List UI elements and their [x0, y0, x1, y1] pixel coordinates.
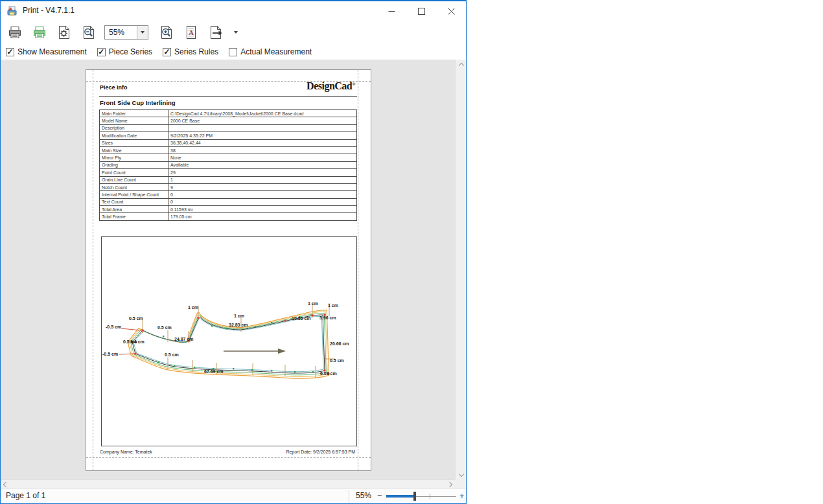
maximize-button[interactable] [406, 1, 436, 21]
measurement-label: 24.87 cm [174, 337, 194, 341]
table-row: Total Frame179.05 cm [100, 213, 357, 220]
table-row: Notch Count9 [100, 183, 357, 190]
designcad-logo: DesignCad® [307, 80, 355, 92]
table-cell-value: 179.05 cm [168, 213, 357, 220]
close-icon [448, 8, 455, 15]
margin-guide-bottom [86, 457, 371, 458]
table-cell-label: Model Name [100, 117, 168, 124]
zoom-decrease-button[interactable]: − [377, 490, 382, 500]
zoom-level-select[interactable]: 55% [104, 25, 148, 40]
export-dropdown-button[interactable] [231, 23, 240, 42]
horizontal-scrollbar[interactable] [1, 479, 455, 488]
table-row: Text Count0 [100, 198, 357, 205]
checkbox-actual-measurement[interactable]: Actual Measurement [229, 47, 312, 56]
checkbox-piece-series[interactable]: ✓Piece Series [97, 47, 152, 56]
table-cell-label: Mirror Ply [100, 154, 168, 161]
table-row: Sizes36,38,40,42,44 [100, 139, 357, 146]
checkbox-icon [229, 48, 237, 56]
chevron-down-icon [234, 31, 238, 34]
table-cell-label: Sizes [100, 139, 168, 146]
table-row: Main Size38 [100, 146, 357, 154]
measurement-label: 10.56 cm [292, 316, 311, 321]
zoom-out-icon [81, 25, 97, 40]
svg-text:A: A [189, 29, 194, 36]
checkbox-icon: ✓ [6, 48, 14, 56]
print-settings-button[interactable] [55, 23, 73, 42]
export-button[interactable] [207, 23, 225, 42]
chevron-right-icon [447, 482, 452, 487]
close-button[interactable] [436, 1, 466, 21]
table-row: GradingAvailable [100, 161, 357, 168]
table-cell-value: 29 [168, 169, 357, 176]
minimize-icon [388, 8, 395, 15]
table-row: Total Area0.11593 m² [100, 206, 357, 213]
measurement-label: -0.5 cm [102, 352, 118, 356]
window-title: Print - V4.7.1.1 [23, 6, 75, 15]
table-cell-label: Notch Count [100, 183, 168, 190]
table-cell-value: 38 [168, 146, 357, 154]
quick-print-button[interactable] [30, 23, 49, 42]
vertical-scrollbar[interactable] [455, 60, 466, 479]
measurement-label: 6.08 cm [320, 371, 337, 376]
print-window: Print - V4.7.1.1 [0, 0, 467, 504]
checkbox-icon: ✓ [97, 48, 106, 56]
report-section-title: Piece Info [100, 84, 128, 91]
app-icon [6, 5, 18, 17]
measurement-label: 1 cm [328, 303, 338, 308]
zoom-level-value: 55% [105, 28, 137, 37]
table-row: Modification Date9/2/2025 4:35:22 PM [100, 132, 357, 139]
company-name: Company Name: Tematek [100, 450, 152, 454]
measurement-label: 32.83 cm [229, 323, 248, 327]
statusbar-zoom-value: 55% [356, 491, 371, 500]
print-button[interactable] [6, 23, 24, 42]
table-cell-value: 9/2/2025 4:35:22 PM [168, 132, 357, 139]
zoom-in-button[interactable] [157, 23, 176, 42]
chevron-up-icon [458, 62, 463, 67]
scroll-up-button[interactable] [456, 60, 466, 71]
table-cell-label: Description [100, 124, 168, 132]
table-cell-label: Main Size [100, 146, 168, 154]
options-row: ✓Show Measurement ✓Piece Series ✓Series … [1, 44, 466, 60]
zoom-level-dropdown-button[interactable] [137, 26, 148, 39]
table-row: Mirror PlyNone [100, 154, 357, 161]
zoom-out-button[interactable] [80, 23, 98, 42]
chevron-left-icon [3, 482, 8, 487]
table-cell-value: 0 [168, 198, 357, 205]
measurement-label: 1 cm [308, 301, 318, 306]
zoom-increase-button[interactable]: + [459, 491, 465, 501]
minimize-button[interactable] [377, 1, 406, 21]
chevron-down-icon [458, 471, 463, 476]
table-cell-label: Main Folder [100, 110, 168, 117]
measurement-label: 0.5 cm [129, 316, 143, 321]
table-cell-value [168, 124, 357, 132]
table-cell-label: Grading [100, 161, 168, 168]
zoom-slider[interactable] [386, 488, 456, 504]
font-settings-button[interactable]: A [182, 23, 200, 42]
preview-page: Piece Info DesignCad® Front Side Cup Int… [86, 69, 371, 471]
checkbox-series-rules[interactable]: ✓Series Rules [163, 47, 218, 56]
table-row: Point Count29 [100, 169, 357, 176]
measurement-label: 0.5 cm [330, 358, 344, 363]
print-settings-icon [56, 25, 72, 40]
toolbar: 55% A [1, 21, 466, 44]
header-divider [99, 96, 357, 97]
scroll-down-button[interactable] [456, 468, 466, 479]
zoom-slider-track [416, 496, 456, 497]
table-cell-value: 2000 CE Base [168, 117, 357, 124]
table-cell-label: Grain Line Count [100, 176, 168, 183]
scrollbar-corner [455, 479, 466, 488]
piece-name: Front Side Cup Interlining [100, 99, 176, 106]
margin-guide-left [93, 70, 93, 470]
table-cell-value: 9 [168, 183, 357, 190]
zoom-in-icon [159, 25, 174, 40]
table-row: Model Name2000 CE Base [100, 117, 357, 124]
font-settings-icon: A [183, 25, 199, 40]
measurement-label: 67.69 cm [204, 369, 224, 374]
titlebar[interactable]: Print - V4.7.1.1 [1, 1, 466, 21]
checkbox-show-measurement[interactable]: ✓Show Measurement [6, 47, 87, 56]
table-cell-label: Internal Point / Shape Count [100, 191, 168, 198]
table-row: Grain Line Count1 [100, 176, 357, 183]
print-preview-area: Piece Info DesignCad® Front Side Cup Int… [1, 60, 466, 488]
table-row: Main FolderC:\DesignCad 4.7\Library\2008… [100, 110, 357, 117]
table-cell-value: 0 [168, 191, 357, 198]
